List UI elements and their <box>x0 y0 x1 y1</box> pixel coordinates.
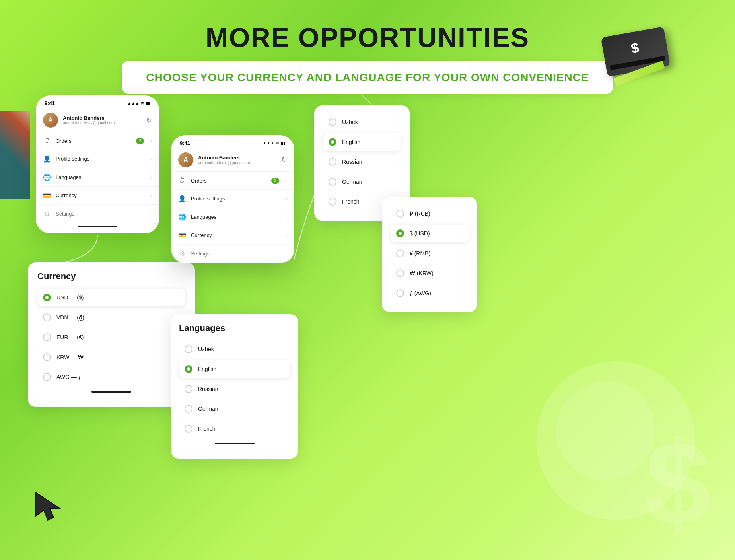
lang-option-uzbek-center[interactable]: Uzbek <box>179 340 290 358</box>
status-icons-center: ▲▲▲ ≋ ▮▮ <box>262 141 286 145</box>
menu-orders-left[interactable]: ⏱ Orders 2 › <box>37 132 158 150</box>
menu-profile-left[interactable]: 👤 Profile settings › <box>37 150 158 168</box>
profile-info-left: Antonio Banders antoniobanderas@gmail.co… <box>63 115 141 125</box>
settings-icon-center: ⚙ <box>178 250 186 257</box>
currency-option-eur[interactable]: EUR — (€) <box>37 329 185 346</box>
profile-header-center: A Antonio Banders antoniobanderas@gmail.… <box>172 148 294 172</box>
lang-radio-english-center <box>185 365 192 373</box>
cur-list-label-rub: ₽ (RUB) <box>410 210 430 217</box>
orders-badge-left: 2 <box>136 138 144 144</box>
orders-badge-center: 2 <box>271 178 279 184</box>
cur-list-usd[interactable]: $ (USD) <box>391 225 469 242</box>
profile-arrow-left: › <box>150 156 152 162</box>
status-bar-left: 9:41 ▲▲▲ ≋ ▮▮ <box>37 96 158 109</box>
cur-list-radio-awg <box>396 289 404 297</box>
refresh-icon-left[interactable]: ↻ <box>146 116 152 124</box>
settings-label-center: Settings <box>191 251 287 257</box>
lang-option-russian-center[interactable]: Russian <box>179 380 290 398</box>
languages-card: Languages Uzbek English Russian German F… <box>171 314 298 459</box>
menu-currency-center[interactable]: 💳 Currency › <box>172 226 294 245</box>
currency-arrow-center: › <box>286 233 287 238</box>
menu-profile-center[interactable]: 👤 Profile settings › <box>172 190 294 208</box>
bg-circle-2 <box>556 381 655 480</box>
signal-icon: ▲▲▲ <box>127 101 139 105</box>
cur-list-rmb[interactable]: ¥ (RMB) <box>391 245 469 262</box>
profile-icon-center: 👤 <box>178 195 186 202</box>
bg-dollar-symbol: $ <box>645 414 711 552</box>
lang-option-english-center[interactable]: English <box>179 360 290 378</box>
battery-icon: ▮▮ <box>146 101 150 105</box>
wifi-icon: ≋ <box>141 101 144 105</box>
menu-settings-center[interactable]: ⚙ Settings <box>172 245 294 262</box>
orders-arrow-center: › <box>286 178 287 183</box>
refresh-icon-center[interactable]: ↻ <box>281 156 287 164</box>
currency-radio-awg <box>43 373 51 381</box>
menu-settings-left[interactable]: ⚙ Settings <box>37 205 158 223</box>
profile-name-center: Antonio Banders <box>198 155 276 161</box>
currency-label-left: Currency <box>56 192 146 198</box>
subtitle-box: CHOOSE YOUR CURRENCY AND LANGUAGE FOR YO… <box>122 61 612 94</box>
orders-label-left: Orders <box>56 138 131 144</box>
lang-list-label-french: French <box>342 198 360 205</box>
currency-radio-eur <box>43 333 51 341</box>
lang-label-uzbek-center: Uzbek <box>198 346 214 352</box>
lang-list-english[interactable]: English <box>323 133 401 151</box>
menu-orders-center[interactable]: ⏱ Orders 2 › <box>172 172 294 190</box>
currency-option-awg[interactable]: AWG — ƒ <box>37 368 185 386</box>
home-indicator-currency <box>37 388 185 398</box>
languages-arrow-left: › <box>150 175 152 180</box>
lang-list-russian[interactable]: Russian <box>323 153 401 171</box>
lang-option-french-center[interactable]: French <box>179 420 290 438</box>
profile-label-center: Profile settings <box>191 196 281 202</box>
lang-list-radio-french <box>329 198 336 206</box>
lang-radio-french-center <box>185 425 192 433</box>
profile-email-center: antoniobanderas@gmail.com <box>198 161 276 165</box>
lang-list-radio-russian <box>329 158 336 166</box>
status-bar-center: 9:41 ▲▲▲ ≋ ▮▮ <box>172 136 294 148</box>
currency-radio-krw <box>43 353 51 361</box>
avatar-center: A <box>178 152 193 167</box>
home-indicator-lang <box>179 440 290 450</box>
currency-option-usd[interactable]: USD — ($) <box>37 289 185 306</box>
cur-list-awg[interactable]: ƒ (AWG) <box>391 284 469 302</box>
currency-option-krw[interactable]: KRW — ₩ <box>37 348 185 366</box>
lang-option-german-center[interactable]: German <box>179 400 290 418</box>
currency-label-vdn: VDN — (₫) <box>56 314 84 321</box>
lang-list-german[interactable]: German <box>323 173 401 191</box>
languages-label-left: Languages <box>56 174 146 180</box>
currency-card: Currency USD — ($) VDN — (₫) EUR — (€) K… <box>28 262 195 407</box>
money-printer-decoration: $ <box>604 32 675 88</box>
menu-currency-left[interactable]: 💳 Currency › <box>37 187 158 205</box>
profile-icon-left: 👤 <box>43 155 51 163</box>
signal-icon-c: ▲▲▲ <box>262 141 274 145</box>
currency-option-vdn[interactable]: VDN — (₫) <box>37 309 185 326</box>
cur-list-rub[interactable]: ₽ (RUB) <box>391 205 469 222</box>
cur-list-radio-krw <box>396 269 404 277</box>
languages-label-center: Languages <box>191 214 281 220</box>
phone-left: 9:41 ▲▲▲ ≋ ▮▮ A Antonio Banders antoniob… <box>36 95 159 233</box>
orders-arrow-left: › <box>150 138 152 144</box>
cur-list-radio-usd <box>396 229 404 237</box>
flag-decoration <box>0 111 30 199</box>
cursor-decoration <box>32 488 72 528</box>
cur-list-label-rmb: ¥ (RMB) <box>410 250 430 257</box>
profile-name-left: Antonio Banders <box>63 115 141 121</box>
lang-label-english-center: English <box>198 366 216 372</box>
profile-info-center: Antonio Banders antoniobanderas@gmail.co… <box>198 155 276 165</box>
orders-icon-center: ⏱ <box>178 177 186 184</box>
profile-email-left: antoniobanderas@gmail.com <box>63 121 141 125</box>
phone-center: 9:41 ▲▲▲ ≋ ▮▮ A Antonio Banders antoniob… <box>171 135 294 263</box>
lang-list-uzbek[interactable]: Uzbek <box>323 113 401 131</box>
lang-list-radio-english <box>329 138 336 146</box>
currency-label-center: Currency <box>191 232 281 238</box>
avatar-left: A <box>43 113 58 128</box>
currency-icon-left: 💳 <box>43 192 51 199</box>
menu-languages-left[interactable]: 🌐 Languages › <box>37 168 158 187</box>
subtitle-text: CHOOSE YOUR CURRENCY AND LANGUAGE FOR YO… <box>146 70 589 85</box>
currency-radio-usd <box>43 294 51 301</box>
orders-label-center: Orders <box>191 178 266 184</box>
menu-languages-center[interactable]: 🌐 Languages › <box>172 208 294 226</box>
status-time-center: 9:41 <box>180 140 190 146</box>
cur-list-krw[interactable]: ₩ (KRW) <box>391 264 469 282</box>
cur-list-radio-rmb <box>396 249 404 257</box>
